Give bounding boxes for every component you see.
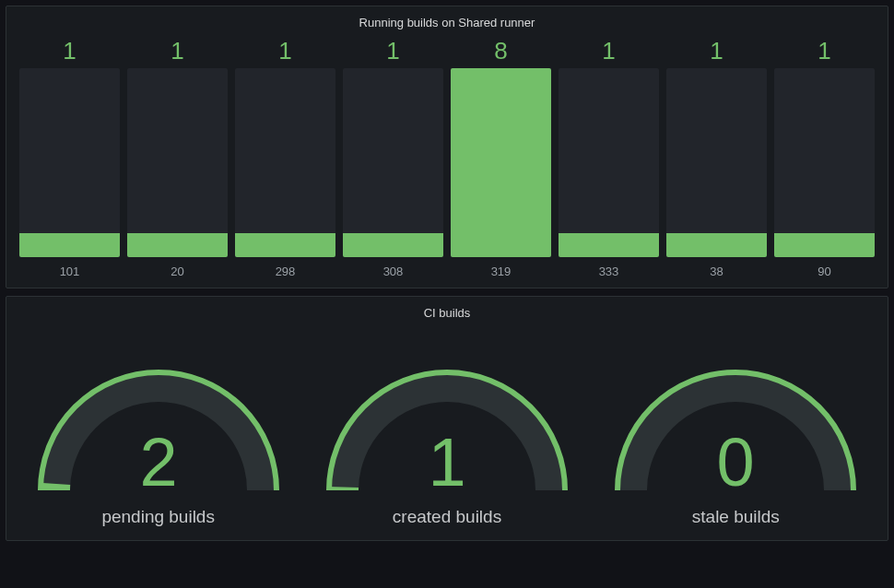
bar-value: 1 xyxy=(63,39,76,63)
bar-outer xyxy=(235,68,335,257)
bar-label: 308 xyxy=(383,265,404,278)
bar-cell[interactable]: 1 101 xyxy=(19,39,120,278)
bar-fill xyxy=(451,68,551,257)
bars-row: 1 101 1 20 1 298 1 308 xyxy=(12,39,882,282)
running-builds-panel: Running builds on Shared runner 1 101 1 … xyxy=(6,6,888,288)
gauge-label: created builds xyxy=(393,507,501,527)
gauge-label: stale builds xyxy=(692,507,780,527)
bar-outer xyxy=(774,68,875,257)
bar-label: 333 xyxy=(599,265,619,278)
bar-fill xyxy=(666,233,767,257)
ci-builds-title: CI builds xyxy=(12,302,882,329)
bar-value: 1 xyxy=(818,39,830,63)
bar-outer xyxy=(127,68,228,257)
bar-cell[interactable]: 1 308 xyxy=(343,39,443,278)
bar-cell[interactable]: 1 298 xyxy=(235,39,335,278)
gauge-value: 1 xyxy=(428,424,465,500)
gauge-arc: 2 xyxy=(29,338,288,500)
bar-outer xyxy=(451,68,551,257)
bar-fill xyxy=(127,233,228,257)
bar-outer xyxy=(343,68,443,257)
bar-cell[interactable]: 1 90 xyxy=(774,39,875,278)
bar-label: 90 xyxy=(818,265,830,278)
bar-label: 20 xyxy=(171,265,183,278)
bar-label: 298 xyxy=(276,265,296,278)
bar-outer xyxy=(559,68,659,257)
gauge-arc: 1 xyxy=(318,338,576,500)
bar-cell[interactable]: 1 20 xyxy=(127,39,228,278)
bar-fill xyxy=(774,233,875,257)
bar-cell[interactable]: 1 38 xyxy=(666,39,767,278)
ci-builds-panel: CI builds 2 pending builds 1 created bui… xyxy=(6,296,888,541)
bar-cell[interactable]: 8 319 xyxy=(451,39,551,278)
bar-fill xyxy=(19,233,120,257)
bar-label: 38 xyxy=(710,265,723,278)
bar-value: 8 xyxy=(494,39,507,63)
bar-outer xyxy=(19,68,120,257)
gauge-pending[interactable]: 2 pending builds xyxy=(19,338,297,527)
bar-value: 1 xyxy=(171,39,183,63)
bar-value: 1 xyxy=(602,39,615,63)
gauge-stale[interactable]: 0 stale builds xyxy=(597,338,875,527)
gauge-created[interactable]: 1 created builds xyxy=(308,338,585,527)
gauge-value: 2 xyxy=(139,424,177,500)
gauge-arc: 0 xyxy=(606,338,865,500)
gauge-value: 0 xyxy=(717,424,755,500)
bar-fill xyxy=(559,233,659,257)
running-builds-title: Running builds on Shared runner xyxy=(12,12,882,39)
bar-label: 101 xyxy=(60,265,80,278)
bar-label: 319 xyxy=(491,265,512,278)
bar-fill xyxy=(235,233,335,257)
bar-value: 1 xyxy=(278,39,291,63)
bar-outer xyxy=(666,68,767,257)
bar-fill xyxy=(343,233,443,257)
bar-value: 1 xyxy=(386,39,399,63)
gauges-row: 2 pending builds 1 created builds 0 stal… xyxy=(12,329,882,535)
bar-value: 1 xyxy=(710,39,723,63)
bar-cell[interactable]: 1 333 xyxy=(559,39,659,278)
gauge-label: pending builds xyxy=(101,507,215,527)
